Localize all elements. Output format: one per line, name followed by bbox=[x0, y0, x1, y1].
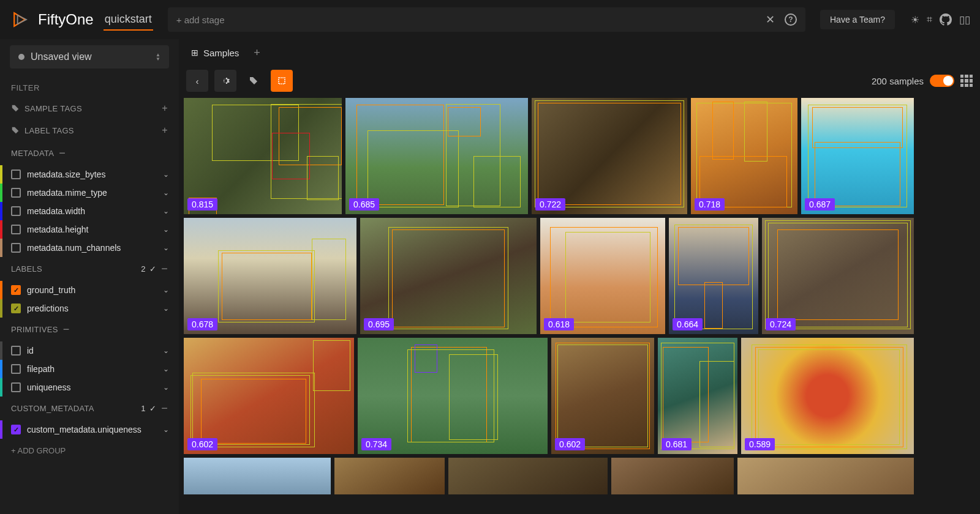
chevron-down-icon[interactable]: ⌄ bbox=[163, 188, 169, 197]
filter-item[interactable]: filepath⌄ bbox=[0, 360, 179, 378]
filter-item[interactable]: metadata.num_channels⌄ bbox=[0, 239, 179, 257]
github-icon[interactable] bbox=[940, 13, 952, 26]
display-toggle[interactable] bbox=[930, 75, 954, 87]
custom-metadata-header[interactable]: CUSTOM_METADATA 1 ✓ − bbox=[0, 397, 179, 420]
sample-tile[interactable]: 0.695 bbox=[360, 218, 537, 334]
stage-bar[interactable]: + add stage ✕ ? bbox=[168, 7, 805, 32]
minus-icon[interactable]: − bbox=[161, 263, 168, 275]
labels-header[interactable]: LABELS 2 ✓ − bbox=[0, 257, 179, 281]
bounding-box bbox=[661, 343, 734, 450]
sample-tile[interactable]: 0.687 bbox=[801, 98, 914, 214]
sample-tile[interactable]: 0.618 bbox=[540, 218, 665, 334]
filter-item[interactable]: uniqueness⌄ bbox=[0, 378, 179, 397]
slack-icon[interactable]: ⌗ bbox=[927, 14, 932, 25]
chevron-down-icon[interactable]: ⌄ bbox=[163, 383, 169, 392]
checkbox[interactable] bbox=[11, 169, 21, 179]
checkbox[interactable] bbox=[11, 188, 21, 198]
team-button[interactable]: Have a Team? bbox=[820, 10, 895, 29]
close-icon[interactable]: ✕ bbox=[763, 10, 777, 29]
filter-item[interactable]: metadata.height⌄ bbox=[0, 220, 179, 239]
filter-item[interactable]: metadata.mime_type⌄ bbox=[0, 184, 179, 202]
patches-button[interactable] bbox=[271, 70, 293, 92]
sample-tile[interactable]: 0.685 bbox=[345, 98, 528, 214]
sample-tile[interactable]: 0.589 bbox=[741, 338, 914, 454]
add-tab-button[interactable]: + bbox=[254, 47, 260, 59]
sample-tile[interactable]: 0.602 bbox=[551, 338, 654, 454]
plus-icon[interactable]: + bbox=[162, 103, 168, 114]
bounding-box bbox=[279, 107, 342, 165]
dataset-selector[interactable]: quickstart bbox=[104, 9, 153, 31]
filter-item[interactable]: id⌄ bbox=[0, 341, 179, 360]
filter-item[interactable]: metadata.width⌄ bbox=[0, 202, 179, 220]
back-button[interactable]: ‹ bbox=[186, 70, 208, 92]
bounding-box bbox=[699, 361, 734, 447]
filter-item[interactable]: predictions⌄ bbox=[0, 299, 179, 318]
chevron-down-icon[interactable]: ⌄ bbox=[163, 365, 169, 373]
plus-icon[interactable]: + bbox=[162, 125, 168, 136]
add-group-button[interactable]: + ADD GROUP bbox=[0, 439, 179, 463]
checkbox[interactable] bbox=[11, 382, 21, 392]
checkbox[interactable] bbox=[11, 285, 21, 295]
checkbox[interactable] bbox=[11, 243, 21, 253]
sample-tile[interactable]: 0.678 bbox=[184, 218, 356, 334]
chevron-down-icon[interactable]: ⌄ bbox=[163, 207, 169, 215]
view-selector[interactable]: Unsaved view ▲▼ bbox=[10, 45, 169, 69]
tag-button[interactable] bbox=[243, 70, 265, 92]
chevron-down-icon[interactable]: ⌄ bbox=[163, 244, 169, 252]
sample-tags-header[interactable]: SAMPLE TAGS + bbox=[0, 97, 179, 119]
sample-tile[interactable]: 0.718 bbox=[691, 98, 797, 214]
check-icon: ✓ bbox=[149, 404, 156, 413]
minus-icon[interactable]: − bbox=[63, 323, 70, 336]
help-icon[interactable]: ? bbox=[785, 13, 797, 26]
sample-tile[interactable] bbox=[611, 458, 734, 494]
check-icon: ✓ bbox=[149, 264, 156, 274]
primitives-header[interactable]: PRIMITIVES − bbox=[0, 318, 179, 341]
label-tags-header[interactable]: LABEL TAGS + bbox=[0, 119, 179, 141]
brightness-icon[interactable]: ☀ bbox=[911, 14, 919, 26]
gear-icon bbox=[221, 76, 230, 86]
filter-label: ground_truth bbox=[27, 285, 75, 295]
bounding-box bbox=[271, 104, 342, 199]
sample-tile[interactable]: 0.722 bbox=[532, 98, 687, 214]
checkbox[interactable] bbox=[11, 346, 21, 356]
checkbox[interactable] bbox=[11, 425, 21, 434]
minus-icon[interactable]: − bbox=[161, 402, 168, 415]
filter-item[interactable]: ground_truth⌄ bbox=[0, 281, 179, 299]
metadata-header[interactable]: METADATA − bbox=[0, 141, 179, 165]
sample-tile[interactable]: 0.602 bbox=[184, 338, 354, 454]
app-logo[interactable]: FiftyOne bbox=[10, 9, 94, 31]
chevron-down-icon[interactable]: ⌄ bbox=[163, 225, 169, 234]
sample-tile[interactable]: 0.664 bbox=[669, 218, 758, 334]
book-icon[interactable]: ▯▯ bbox=[959, 13, 970, 26]
sample-tile[interactable]: 0.681 bbox=[658, 338, 737, 454]
sample-tile[interactable] bbox=[334, 458, 445, 494]
minus-icon[interactable]: − bbox=[59, 147, 66, 160]
filter-item[interactable]: metadata.size_bytes⌄ bbox=[0, 165, 179, 184]
bounding-box bbox=[356, 105, 444, 204]
chevron-down-icon[interactable]: ⌄ bbox=[163, 170, 169, 179]
sample-grid[interactable]: 0.8150.6850.7220.7180.687 0.6780.6950.61… bbox=[179, 95, 980, 514]
chevron-down-icon[interactable]: ⌄ bbox=[163, 286, 169, 294]
sample-tile[interactable]: 0.724 bbox=[762, 218, 914, 334]
sample-tile[interactable] bbox=[184, 458, 331, 494]
checkbox[interactable] bbox=[11, 364, 21, 374]
add-stage-button[interactable]: + add stage bbox=[176, 15, 225, 25]
sample-tile[interactable] bbox=[737, 458, 914, 494]
chevron-down-icon[interactable]: ⌄ bbox=[163, 425, 169, 434]
tab-samples[interactable]: ⊞ Samples bbox=[186, 44, 244, 62]
filter-label: id bbox=[27, 346, 34, 356]
bounding-box bbox=[192, 373, 315, 447]
filter-item[interactable]: custom_metadata.uniqueness⌄ bbox=[0, 420, 179, 439]
bounding-box bbox=[678, 227, 750, 285]
bounding-box bbox=[388, 227, 508, 329]
settings-button[interactable] bbox=[214, 70, 236, 92]
checkbox[interactable] bbox=[11, 206, 21, 216]
chevron-down-icon[interactable]: ⌄ bbox=[163, 304, 169, 313]
checkbox[interactable] bbox=[11, 304, 21, 313]
grid-layout-button[interactable] bbox=[960, 75, 973, 87]
chevron-down-icon[interactable]: ⌄ bbox=[163, 346, 169, 355]
sample-tile[interactable] bbox=[448, 458, 608, 494]
sample-tile[interactable]: 0.815 bbox=[184, 98, 342, 214]
sample-tile[interactable]: 0.734 bbox=[358, 338, 548, 454]
checkbox[interactable] bbox=[11, 225, 21, 234]
